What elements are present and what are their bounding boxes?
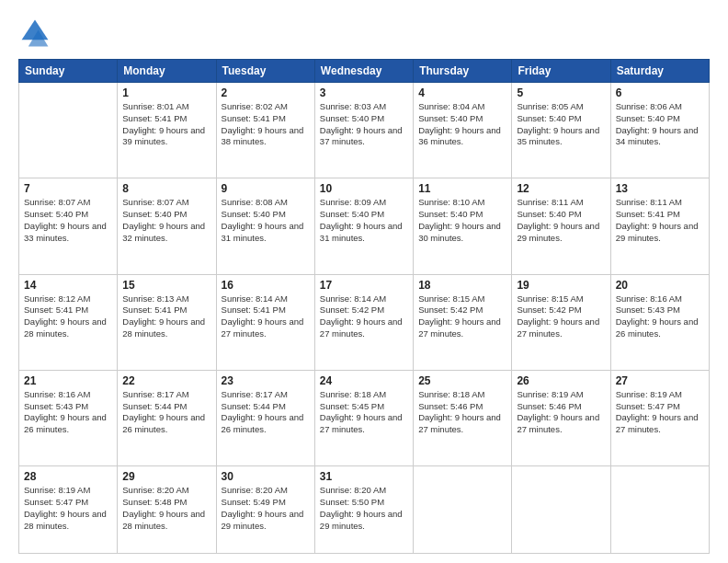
day-info: Sunrise: 8:02 AM Sunset: 5:41 PM Dayligh… — [222, 101, 310, 148]
day-info: Sunrise: 8:05 AM Sunset: 5:40 PM Dayligh… — [517, 101, 605, 148]
day-info: Sunrise: 8:11 AM Sunset: 5:41 PM Dayligh… — [616, 197, 704, 244]
day-number: 17 — [320, 279, 408, 292]
day-cell: 7Sunrise: 8:07 AM Sunset: 5:40 PM Daylig… — [19, 178, 118, 274]
day-number: 4 — [418, 86, 506, 99]
day-cell: 15Sunrise: 8:13 AM Sunset: 5:41 PM Dayli… — [118, 274, 216, 370]
header-row: SundayMondayTuesdayWednesdayThursdayFrid… — [19, 60, 710, 83]
day-cell: 9Sunrise: 8:08 AM Sunset: 5:40 PM Daylig… — [216, 178, 314, 274]
day-info: Sunrise: 8:19 AM Sunset: 5:47 PM Dayligh… — [616, 389, 704, 436]
day-number: 12 — [517, 182, 605, 195]
day-number: 2 — [222, 86, 310, 99]
day-number: 31 — [320, 470, 408, 483]
day-cell: 1Sunrise: 8:01 AM Sunset: 5:41 PM Daylig… — [118, 83, 216, 178]
day-cell: 19Sunrise: 8:15 AM Sunset: 5:42 PM Dayli… — [512, 274, 610, 370]
day-cell: 23Sunrise: 8:17 AM Sunset: 5:44 PM Dayli… — [216, 370, 314, 465]
calendar: SundayMondayTuesdayWednesdayThursdayFrid… — [18, 59, 710, 554]
day-cell: 6Sunrise: 8:06 AM Sunset: 5:40 PM Daylig… — [610, 83, 709, 178]
day-info: Sunrise: 8:06 AM Sunset: 5:40 PM Dayligh… — [616, 101, 704, 148]
week-row-3: 14Sunrise: 8:12 AM Sunset: 5:41 PM Dayli… — [19, 274, 710, 370]
day-cell: 29Sunrise: 8:20 AM Sunset: 5:48 PM Dayli… — [118, 466, 216, 554]
day-cell: 18Sunrise: 8:15 AM Sunset: 5:42 PM Dayli… — [414, 274, 512, 370]
col-header-thursday: Thursday — [414, 60, 512, 83]
day-number: 13 — [616, 182, 704, 195]
week-row-5: 28Sunrise: 8:19 AM Sunset: 5:47 PM Dayli… — [19, 466, 710, 554]
day-cell: 5Sunrise: 8:05 AM Sunset: 5:40 PM Daylig… — [512, 83, 610, 178]
day-cell: 31Sunrise: 8:20 AM Sunset: 5:50 PM Dayli… — [314, 466, 413, 554]
col-header-saturday: Saturday — [610, 60, 709, 83]
day-info: Sunrise: 8:13 AM Sunset: 5:41 PM Dayligh… — [122, 293, 210, 340]
day-info: Sunrise: 8:16 AM Sunset: 5:43 PM Dayligh… — [616, 293, 704, 340]
day-cell: 13Sunrise: 8:11 AM Sunset: 5:41 PM Dayli… — [610, 178, 709, 274]
col-header-tuesday: Tuesday — [216, 60, 314, 83]
day-number: 9 — [222, 182, 310, 195]
logo — [18, 17, 57, 50]
day-number: 24 — [320, 374, 408, 387]
week-row-1: 1Sunrise: 8:01 AM Sunset: 5:41 PM Daylig… — [19, 83, 710, 178]
day-cell: 2Sunrise: 8:02 AM Sunset: 5:41 PM Daylig… — [216, 83, 314, 178]
day-info: Sunrise: 8:15 AM Sunset: 5:42 PM Dayligh… — [517, 293, 605, 340]
day-cell: 26Sunrise: 8:19 AM Sunset: 5:46 PM Dayli… — [512, 370, 610, 465]
day-cell: 22Sunrise: 8:17 AM Sunset: 5:44 PM Dayli… — [118, 370, 216, 465]
day-info: Sunrise: 8:17 AM Sunset: 5:44 PM Dayligh… — [122, 389, 210, 436]
day-info: Sunrise: 8:17 AM Sunset: 5:44 PM Dayligh… — [222, 389, 310, 436]
day-cell: 30Sunrise: 8:20 AM Sunset: 5:49 PM Dayli… — [216, 466, 314, 554]
day-info: Sunrise: 8:15 AM Sunset: 5:42 PM Dayligh… — [418, 293, 506, 340]
day-number: 7 — [24, 182, 112, 195]
day-number: 1 — [122, 86, 210, 99]
day-info: Sunrise: 8:20 AM Sunset: 5:50 PM Dayligh… — [320, 485, 408, 532]
page: SundayMondayTuesdayWednesdayThursdayFrid… — [0, 0, 728, 563]
day-info: Sunrise: 8:14 AM Sunset: 5:42 PM Dayligh… — [320, 293, 408, 340]
col-header-friday: Friday — [512, 60, 610, 83]
day-info: Sunrise: 8:20 AM Sunset: 5:49 PM Dayligh… — [222, 485, 310, 532]
day-cell: 21Sunrise: 8:16 AM Sunset: 5:43 PM Dayli… — [19, 370, 118, 465]
day-cell: 27Sunrise: 8:19 AM Sunset: 5:47 PM Dayli… — [610, 370, 709, 465]
day-info: Sunrise: 8:20 AM Sunset: 5:48 PM Dayligh… — [122, 485, 210, 532]
day-number: 6 — [616, 86, 704, 99]
day-info: Sunrise: 8:18 AM Sunset: 5:45 PM Dayligh… — [320, 389, 408, 436]
day-info: Sunrise: 8:18 AM Sunset: 5:46 PM Dayligh… — [418, 389, 506, 436]
day-cell: 3Sunrise: 8:03 AM Sunset: 5:40 PM Daylig… — [314, 83, 413, 178]
day-number: 15 — [122, 279, 210, 292]
day-info: Sunrise: 8:11 AM Sunset: 5:40 PM Dayligh… — [517, 197, 605, 244]
header — [18, 17, 710, 50]
day-info: Sunrise: 8:08 AM Sunset: 5:40 PM Dayligh… — [222, 197, 310, 244]
week-row-4: 21Sunrise: 8:16 AM Sunset: 5:43 PM Dayli… — [19, 370, 710, 465]
col-header-wednesday: Wednesday — [314, 60, 413, 83]
day-number: 23 — [222, 374, 310, 387]
day-number: 28 — [24, 470, 112, 483]
day-number: 5 — [517, 86, 605, 99]
day-number: 3 — [320, 86, 408, 99]
col-header-sunday: Sunday — [19, 60, 118, 83]
day-number: 21 — [24, 374, 112, 387]
day-number: 27 — [616, 374, 704, 387]
day-info: Sunrise: 8:07 AM Sunset: 5:40 PM Dayligh… — [24, 197, 112, 244]
day-cell: 4Sunrise: 8:04 AM Sunset: 5:40 PM Daylig… — [414, 83, 512, 178]
day-cell: 17Sunrise: 8:14 AM Sunset: 5:42 PM Dayli… — [314, 274, 413, 370]
day-info: Sunrise: 8:19 AM Sunset: 5:47 PM Dayligh… — [24, 485, 112, 532]
day-cell: 11Sunrise: 8:10 AM Sunset: 5:40 PM Dayli… — [414, 178, 512, 274]
day-number: 30 — [222, 470, 310, 483]
day-number: 22 — [122, 374, 210, 387]
day-number: 16 — [222, 279, 310, 292]
day-number: 20 — [616, 279, 704, 292]
day-number: 8 — [122, 182, 210, 195]
day-number: 18 — [418, 279, 506, 292]
day-info: Sunrise: 8:09 AM Sunset: 5:40 PM Dayligh… — [320, 197, 408, 244]
day-cell — [19, 83, 118, 178]
day-cell: 25Sunrise: 8:18 AM Sunset: 5:46 PM Dayli… — [414, 370, 512, 465]
day-number: 26 — [517, 374, 605, 387]
day-cell: 12Sunrise: 8:11 AM Sunset: 5:40 PM Dayli… — [512, 178, 610, 274]
day-number: 10 — [320, 182, 408, 195]
day-cell: 20Sunrise: 8:16 AM Sunset: 5:43 PM Dayli… — [610, 274, 709, 370]
day-cell: 24Sunrise: 8:18 AM Sunset: 5:45 PM Dayli… — [314, 370, 413, 465]
day-info: Sunrise: 8:03 AM Sunset: 5:40 PM Dayligh… — [320, 101, 408, 148]
day-cell: 8Sunrise: 8:07 AM Sunset: 5:40 PM Daylig… — [118, 178, 216, 274]
day-number: 14 — [24, 279, 112, 292]
day-number: 19 — [517, 279, 605, 292]
day-info: Sunrise: 8:04 AM Sunset: 5:40 PM Dayligh… — [418, 101, 506, 148]
col-header-monday: Monday — [118, 60, 216, 83]
day-info: Sunrise: 8:19 AM Sunset: 5:46 PM Dayligh… — [517, 389, 605, 436]
day-info: Sunrise: 8:01 AM Sunset: 5:41 PM Dayligh… — [122, 101, 210, 148]
day-number: 11 — [418, 182, 506, 195]
week-row-2: 7Sunrise: 8:07 AM Sunset: 5:40 PM Daylig… — [19, 178, 710, 274]
